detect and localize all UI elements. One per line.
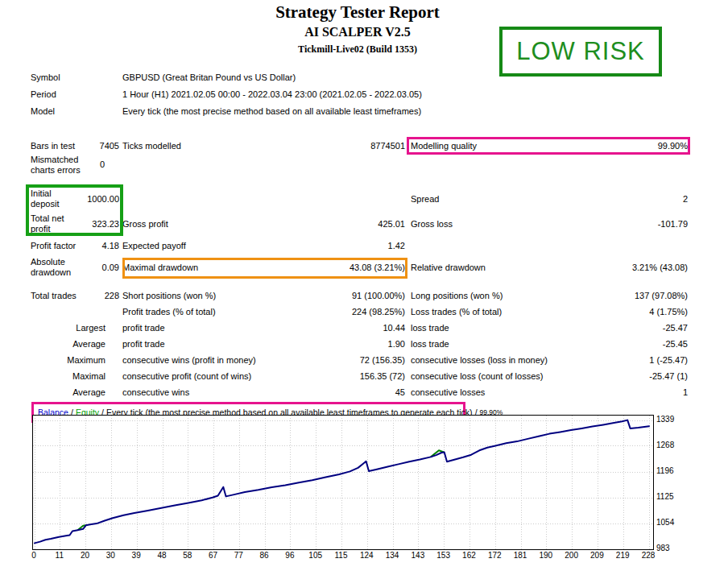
symbol-row: Symbol GBPUSD (Great Britan Pound vs US … bbox=[31, 72, 693, 83]
x-tick-label: 77 bbox=[234, 551, 243, 560]
y-tick-label: 1268 bbox=[656, 441, 674, 449]
profit-factor-value: 4.18 bbox=[31, 239, 119, 252]
avg-consecutive-wins-value: 45 bbox=[122, 385, 405, 399]
maximal-drawdown-value: 43.08 (3.21%) bbox=[122, 255, 405, 279]
bars-row: Bars in test 7405 Ticks modelled 8774501… bbox=[31, 138, 693, 154]
drawdown-row: Absolute drawdown 0.09 Maximal drawdown … bbox=[31, 255, 693, 279]
average-label: Average bbox=[31, 337, 105, 351]
max-consecutive-profit-value: 156.35 (72) bbox=[122, 369, 405, 383]
avg-consecutive-losses-value: 1 bbox=[411, 385, 688, 399]
average-consecutive-label: Average bbox=[31, 385, 105, 399]
maximal-consecutive-row: Maximal consecutive profit (count of win… bbox=[31, 369, 693, 383]
x-tick-label: 181 bbox=[514, 551, 527, 560]
model-value: Every tick (the most precise method base… bbox=[122, 106, 421, 117]
symbol-value: GBPUSD (Great Britan Pound vs US Dollar) bbox=[122, 72, 296, 83]
x-tick-label: 58 bbox=[183, 551, 192, 560]
largest-trade-row: Largest profit trade 10.44 loss trade -2… bbox=[31, 321, 693, 335]
gross-profit-value: 425.01 bbox=[122, 213, 405, 235]
x-tick-label: 96 bbox=[285, 551, 294, 560]
x-tick-label: 115 bbox=[335, 551, 348, 560]
x-tick-label: 30 bbox=[106, 551, 115, 560]
average-trade-row: Average profit trade 1.90 loss trade -25… bbox=[31, 337, 693, 351]
period-row: Period 1 Hour (H1) 2021.02.05 00:00 - 20… bbox=[31, 89, 693, 100]
total-trades-value: 228 bbox=[31, 288, 119, 303]
mismatch-row: Mismatched charts errors 0 bbox=[31, 153, 693, 176]
x-tick-label: 200 bbox=[565, 551, 578, 560]
x-tick-label: 39 bbox=[132, 551, 141, 560]
low-risk-label: LOW RISK bbox=[516, 37, 645, 66]
net-profit-row: Total net profit 323.23 Gross profit 425… bbox=[31, 213, 693, 235]
x-tick-label: 48 bbox=[157, 551, 166, 560]
profit-factor-row: Profit factor 4.18 Expected payoff 1.42 bbox=[31, 239, 693, 252]
model-row: Model Every tick (the most precise metho… bbox=[31, 106, 693, 117]
short-positions-value: 91 (100.00%) bbox=[122, 288, 405, 303]
symbol-label: Symbol bbox=[31, 72, 92, 83]
y-tick-label: 1125 bbox=[656, 492, 674, 501]
period-value: 1 Hour (H1) 2021.02.05 00:00 - 2022.03.0… bbox=[122, 89, 422, 100]
maximal-label: Maximal bbox=[31, 369, 105, 383]
x-tick-label: 228 bbox=[642, 551, 656, 560]
ticks-value: 8774501 bbox=[122, 138, 405, 154]
profit-trades-value: 224 (98.25%) bbox=[122, 304, 405, 319]
largest-profit-trade-value: 10.44 bbox=[122, 321, 405, 335]
x-tick-label: 67 bbox=[209, 551, 217, 560]
long-positions-value: 137 (97.08%) bbox=[411, 288, 688, 303]
x-tick-label: 190 bbox=[539, 551, 552, 560]
average-loss-trade-value: -25.45 bbox=[411, 337, 688, 351]
gross-loss-value: -101.79 bbox=[411, 213, 688, 235]
x-tick-label: 124 bbox=[360, 551, 374, 560]
profit-trades-row: Profit trades (% of total) 224 (98.25%) … bbox=[31, 304, 693, 319]
largest-label: Largest bbox=[31, 321, 105, 335]
bars-value: 7405 bbox=[31, 138, 119, 154]
mismatch-value: 0 bbox=[31, 153, 105, 176]
x-tick-label: 219 bbox=[616, 551, 630, 560]
x-tick-label: 162 bbox=[462, 551, 476, 560]
x-tick-label: 105 bbox=[308, 551, 322, 560]
maximum-label: Maximum bbox=[31, 353, 105, 367]
x-tick-label: 143 bbox=[412, 551, 425, 560]
total-trades-row: Total trades 228 Short positions (won %)… bbox=[31, 288, 693, 303]
y-tick-label: 1339 bbox=[656, 415, 674, 424]
spread-value: 2 bbox=[411, 188, 688, 210]
max-consecutive-wins-value: 72 (156.35) bbox=[122, 353, 405, 367]
balance-chart bbox=[32, 415, 654, 550]
x-tick-label: 86 bbox=[260, 551, 269, 560]
average-profit-trade-value: 1.90 bbox=[122, 337, 405, 351]
model-label: Model bbox=[31, 106, 92, 117]
strategy-tester-report: { "header": { "title": "Strategy Tester … bbox=[0, 0, 728, 571]
initial-deposit-value: 1000.00 bbox=[31, 188, 119, 210]
average-consecutive-row: Average consecutive wins 45 consecutive … bbox=[31, 385, 693, 399]
x-tick-label: 134 bbox=[386, 551, 399, 560]
y-tick-label: 1054 bbox=[656, 518, 674, 527]
page-title: Strategy Tester Report bbox=[0, 2, 715, 23]
x-tick-label: 153 bbox=[436, 551, 450, 560]
x-tick-label: 172 bbox=[488, 551, 502, 560]
x-tick-label: 0 bbox=[31, 551, 36, 560]
deposit-row: Initial deposit 1000.00 Spread 2 bbox=[31, 188, 693, 210]
period-label: Period bbox=[31, 89, 92, 100]
x-tick-label: 11 bbox=[56, 551, 64, 560]
absolute-drawdown-value: 0.09 bbox=[31, 255, 119, 279]
loss-trades-value: 4 (1.75%) bbox=[411, 304, 688, 319]
max-consecutive-loss-value: -25.47 (1) bbox=[411, 369, 688, 383]
total-net-profit-value: 323.23 bbox=[31, 213, 119, 235]
expected-payoff-value: 1.42 bbox=[122, 239, 405, 252]
low-risk-badge: LOW RISK bbox=[499, 27, 662, 77]
modelling-quality-value: 99.90% bbox=[411, 138, 688, 154]
relative-drawdown-value: 3.21% (43.08) bbox=[411, 255, 688, 279]
max-consecutive-losses-value: 1 (-25.47) bbox=[411, 353, 688, 367]
y-tick-label: 983 bbox=[656, 544, 670, 552]
x-tick-label: 20 bbox=[81, 551, 89, 560]
y-tick-label: 1196 bbox=[656, 466, 674, 475]
maximum-consecutive-row: Maximum consecutive wins (profit in mone… bbox=[31, 353, 693, 367]
x-tick-label: 209 bbox=[590, 551, 604, 560]
largest-loss-trade-value: -25.47 bbox=[411, 321, 688, 335]
balance-chart-svg bbox=[33, 416, 653, 549]
